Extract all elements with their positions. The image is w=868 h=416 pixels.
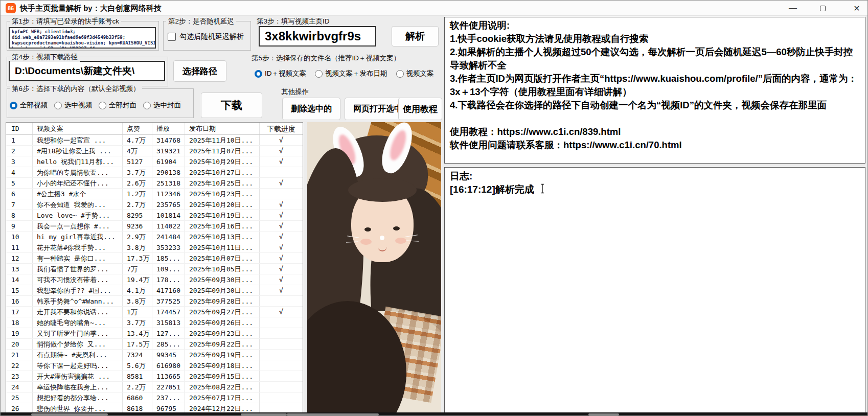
table-row[interactable]: 23 开大#灌伤害骗骗花 ... 8581 113665 2025年09月15日… bbox=[6, 371, 303, 382]
cell-caption: #公主摇3 #水个 bbox=[33, 189, 123, 199]
choose-path-button[interactable]: 选择路径 bbox=[173, 60, 226, 82]
table-row[interactable]: 17 走开我不要和你说话... 1万 174457 2025年09月27日...… bbox=[6, 307, 303, 317]
radio-dot-icon bbox=[396, 70, 404, 78]
cell-id: 7 bbox=[6, 199, 33, 210]
table-row[interactable]: 12 有一种踏实 是你口... 17.3万 185... 2025年10月07日… bbox=[6, 253, 303, 264]
random-delay-checkbox-row[interactable]: 勾选后随机延迟解析 bbox=[168, 32, 244, 41]
cell-plays: 99345 bbox=[152, 350, 185, 360]
maximize-button[interactable] bbox=[811, 1, 834, 16]
close-button[interactable]: ✕ bbox=[845, 1, 868, 16]
table-row[interactable]: 9 我会一点一点想你 #... 9236 114022 2025年10月16日.… bbox=[6, 221, 303, 232]
table-header: ID 视频文案 点赞 播放 发布日期 下载进度 bbox=[6, 123, 303, 135]
checkbox-icon[interactable] bbox=[168, 33, 176, 41]
cell-likes: 13.4万 bbox=[123, 328, 152, 338]
table-row[interactable]: 13 我们看惯了世界的罗... 7万 109... 2025年10月05日...… bbox=[6, 264, 303, 274]
cell-id: 5 bbox=[6, 178, 33, 188]
table-row[interactable]: 20 悄悄做个梦给你 又... 17.5万 285... 2025年09月22日… bbox=[6, 339, 303, 350]
table-row[interactable]: 19 又到了听罗生门的季... 13.4万 127... 2025年09月23日… bbox=[6, 328, 303, 339]
instructions-box[interactable]: 软件使用说明: 1.快手cookie获取方法请见使用教程或自行搜索 2.如果解析… bbox=[444, 17, 865, 164]
cell-progress: √ bbox=[260, 178, 303, 188]
cell-progress bbox=[260, 189, 303, 199]
header-date[interactable]: 发布日期 bbox=[185, 123, 260, 134]
table-row[interactable]: 15 我想牵你的手?? #国... 4.1万 417160 2025年09月30… bbox=[6, 285, 303, 296]
radio-option[interactable]: 视频文案 bbox=[396, 69, 434, 78]
table-row[interactable]: 7 你不会知道 我爱的... 2.7万 235765 2025年10月20日..… bbox=[6, 199, 303, 210]
radio-option[interactable]: ID＋视频文案 bbox=[255, 69, 306, 78]
log-box[interactable]: 日志: [16:17:12]解析完成 bbox=[444, 167, 865, 413]
cell-progress bbox=[260, 296, 303, 306]
step1-label: 第1步：请填写已登录的快手账号ck bbox=[10, 17, 121, 26]
cell-progress: √ bbox=[260, 232, 303, 242]
table-row[interactable]: 8 Love love~ #手势... 8295 101814 2025年10月… bbox=[6, 210, 303, 221]
cell-id: 12 bbox=[6, 253, 33, 263]
radio-option[interactable]: 选中视频 bbox=[54, 101, 92, 110]
table-row[interactable]: 4 为你唱的专属情歌要... 3.7万 290138 2025年10月27日..… bbox=[6, 167, 303, 178]
table-row[interactable]: 11 花开花落#你我手势... 3.8万 353233 2025年10月11日.… bbox=[6, 242, 303, 253]
cell-progress: √ bbox=[260, 199, 303, 210]
background-video-strip bbox=[1, 412, 868, 416]
header-id[interactable]: ID bbox=[6, 123, 33, 134]
cookie-text-line: kwpsecproductname=kuaishou-vision; kpn=K… bbox=[12, 40, 153, 46]
header-likes[interactable]: 点赞 bbox=[123, 123, 152, 134]
cell-progress: √ bbox=[260, 221, 303, 231]
delete-selected-button[interactable]: 删除选中的 bbox=[282, 98, 340, 120]
cell-likes: 5.6万 bbox=[123, 360, 152, 371]
parse-button[interactable]: 解析 bbox=[392, 26, 439, 47]
profile-id-input[interactable]: 3x8kkwirbvgfr9s bbox=[259, 26, 376, 47]
instruction-line: 软件使用说明: bbox=[450, 19, 860, 32]
table-row[interactable]: 22 等你下课一起走好吗... 5.6万 616980 2025年09月18日.… bbox=[6, 360, 303, 371]
table-row[interactable]: 10 hi my girl再靠近我... 2.9万 241484 2025年10… bbox=[6, 232, 303, 242]
table-row[interactable]: 2 #用18秒让你爱上我 ... 4万 319321 2025年11月07日..… bbox=[6, 146, 303, 156]
cookie-textarea[interactable]: kpf=PC_WEB; clientid=3; did=web_e0a7293e… bbox=[9, 27, 156, 49]
cell-likes: 2.9万 bbox=[123, 232, 152, 242]
cell-plays: 353233 bbox=[152, 242, 185, 252]
header-progress[interactable]: 下载进度 bbox=[260, 123, 303, 134]
table-row[interactable]: 14 可我不习惯没有带着... 19.4万 178... 2025年09月30日… bbox=[6, 274, 303, 285]
table-row[interactable]: 25 想把好看的都分享给... 6860 237... 2025年07月17日.… bbox=[6, 392, 303, 403]
cell-id: 8 bbox=[6, 210, 33, 220]
cell-date: 2024年12月22日... bbox=[185, 403, 260, 413]
cell-date: 2025年08月22日... bbox=[185, 382, 260, 392]
table-row[interactable]: 18 她的睫毛弯的嘴角~... 3.7万 315813 2025年09月26日.… bbox=[6, 317, 303, 328]
radio-option[interactable]: 选中封面 bbox=[143, 101, 181, 110]
table-row[interactable]: 21 有点期待~ #麦恩利... 7324 99345 2025年09月19日.… bbox=[6, 350, 303, 360]
cell-progress bbox=[260, 403, 303, 413]
download-button[interactable]: 下载 bbox=[201, 93, 262, 118]
cell-caption: 我们看惯了世界的罗... bbox=[33, 264, 123, 274]
radio-dot-icon bbox=[10, 102, 17, 109]
table-row[interactable]: 1 我想和你一起官宣 ... 4.7万 314768 2025年11月10日..… bbox=[6, 135, 303, 146]
table-row[interactable]: 24 幸运快降临在我身上... 2.2万 227051 2025年08月22日.… bbox=[6, 382, 303, 392]
cell-plays: 237... bbox=[152, 392, 185, 403]
cell-date: 2025年10月25日... bbox=[185, 178, 260, 188]
cell-caption: 走开我不要和你说话... bbox=[33, 307, 123, 317]
step4-label: 第4步：视频下载路径 bbox=[10, 53, 80, 62]
cell-id: 22 bbox=[6, 360, 33, 371]
log-title: 日志: bbox=[450, 170, 860, 183]
radio-option[interactable]: 全部视频 bbox=[10, 101, 48, 110]
radio-label: 视频文案＋发布日期 bbox=[325, 69, 387, 78]
radio-option[interactable]: 全部封面 bbox=[99, 101, 136, 110]
video-table[interactable]: ID 视频文案 点赞 播放 发布日期 下载进度 1 我想和你一起官宣 ... 4… bbox=[6, 122, 303, 413]
cell-progress bbox=[260, 339, 303, 349]
table-row[interactable]: 3 hello 祝我们11月都... 5127 61904 2025年10月29… bbox=[6, 156, 303, 167]
table-row[interactable]: 26 悲伤的世界 你要开... 8618 96795 2024年12月22日..… bbox=[6, 403, 303, 413]
minimize-button[interactable]: — bbox=[781, 1, 805, 16]
cell-date: 2025年10月20日... bbox=[185, 199, 260, 210]
table-row[interactable]: 16 韩系手势舞^o^#Wann... 3.8万 377525 2025年09月… bbox=[6, 296, 303, 307]
radio-option[interactable]: 视频文案＋发布日期 bbox=[315, 69, 387, 78]
cell-id: 23 bbox=[6, 371, 33, 381]
cell-id: 2 bbox=[6, 146, 33, 156]
cell-date: 2025年09月19日... bbox=[185, 350, 260, 360]
header-caption[interactable]: 视频文案 bbox=[33, 123, 123, 134]
cell-likes: 19.4万 bbox=[123, 274, 152, 285]
cell-likes: 1.2万 bbox=[123, 189, 152, 199]
cell-progress: √ bbox=[260, 156, 303, 167]
table-row[interactable]: 5 小小的年纪还不懂什... 2.6万 251318 2025年10月25日..… bbox=[6, 178, 303, 189]
cell-caption: hello 祝我们11月都... bbox=[33, 156, 123, 167]
header-plays[interactable]: 播放 bbox=[152, 123, 185, 134]
radio-dot-icon bbox=[54, 102, 62, 109]
download-path-input[interactable]: D:\Documents\新建文件夹\ bbox=[9, 61, 165, 81]
table-row[interactable]: 6 #公主摇3 #水个 1.2万 112346 2025年10月23日... bbox=[6, 189, 303, 199]
tutorial-button[interactable]: 使用教程 bbox=[398, 98, 442, 120]
cell-progress bbox=[260, 167, 303, 177]
